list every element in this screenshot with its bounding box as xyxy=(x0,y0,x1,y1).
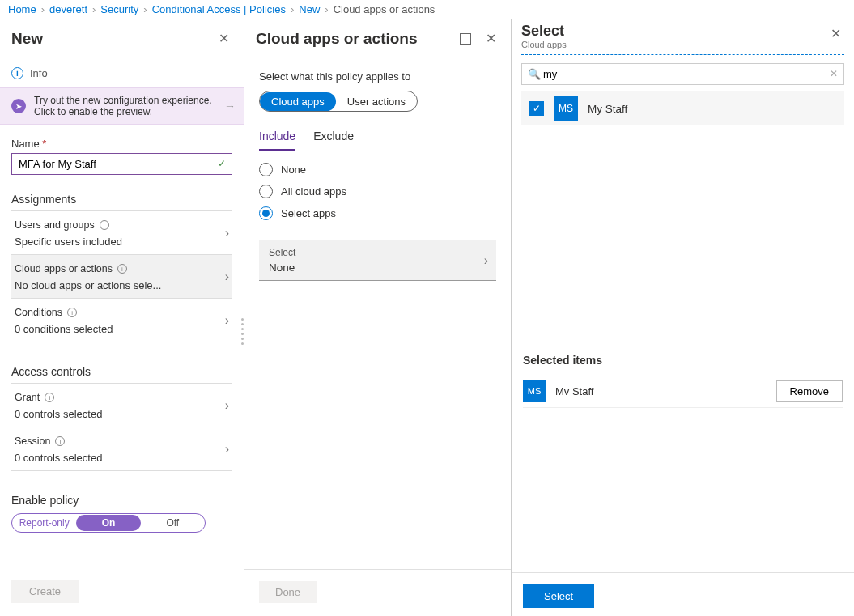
pill-cloud-apps[interactable]: Cloud apps xyxy=(260,92,336,111)
radio-select-apps[interactable]: Select apps xyxy=(259,206,496,220)
panel-select: Select Cloud apps ✕ 🔍 ✕ ✓ MS My Staff Se… xyxy=(512,19,854,616)
resize-handle[interactable] xyxy=(241,318,246,346)
info-icon: i xyxy=(117,264,127,274)
panel-cloud-apps-title: Cloud apps or actions xyxy=(256,30,460,48)
crumb-conditional-access[interactable]: Conditional Access | Policies xyxy=(152,3,286,15)
info-icon: i xyxy=(67,308,77,317)
assignments-header: Assignments xyxy=(11,193,232,211)
close-icon[interactable]: ✕ xyxy=(215,28,232,49)
crumb-current: Cloud apps or actions xyxy=(334,3,435,15)
chevron-icon: › xyxy=(291,3,294,15)
create-button[interactable]: Create xyxy=(11,580,79,603)
info-icon: i xyxy=(11,67,23,79)
rocket-icon: ➤ xyxy=(11,99,26,113)
row-conditions[interactable]: Conditionsi 0 conditions selected › xyxy=(11,299,232,342)
divider xyxy=(521,54,844,55)
search-result-my-staff[interactable]: ✓ MS My Staff xyxy=(521,91,844,125)
panel-new-title: New xyxy=(11,30,43,48)
enable-policy-label: Enable policy xyxy=(11,494,232,507)
enable-policy-toggle[interactable]: Report-only On Off xyxy=(11,513,206,533)
close-icon[interactable]: ✕ xyxy=(482,28,499,49)
chevron-icon: › xyxy=(92,3,96,15)
toggle-off[interactable]: Off xyxy=(141,517,205,529)
radio-none[interactable]: None xyxy=(259,163,496,176)
preview-text: Try out the new configuration experience… xyxy=(34,95,216,117)
selected-item-my-staff: MS Mv Staff Remove xyxy=(523,375,843,408)
breadcrumb: Home› deverett› Security› Conditional Ac… xyxy=(0,0,854,19)
app-icon: MS xyxy=(554,96,578,121)
select-button[interactable]: Select xyxy=(523,584,594,608)
info-icon: i xyxy=(100,220,109,230)
row-users-and-groups[interactable]: Users and groupsi Specific users include… xyxy=(11,211,232,255)
crumb-new[interactable]: New xyxy=(299,3,320,15)
chevron-right-icon: › xyxy=(484,253,488,268)
info-label: Info xyxy=(30,67,48,79)
crumb-home[interactable]: Home xyxy=(8,3,36,15)
access-controls-header: Access controls xyxy=(11,365,232,384)
info-bar[interactable]: i Info xyxy=(0,61,244,87)
select-apps-picker[interactable]: Select None › xyxy=(259,240,496,281)
chevron-right-icon: › xyxy=(225,398,229,413)
applies-to-pills: Cloud apps User actions xyxy=(259,91,418,112)
policy-name-input[interactable] xyxy=(11,153,232,175)
selected-item-name: Mv Staff xyxy=(555,385,767,397)
restore-window-icon[interactable] xyxy=(460,33,471,45)
radio-all-cloud-apps[interactable]: All cloud apps xyxy=(259,185,496,198)
panel-cloud-apps: Cloud apps or actions ✕ Select what this… xyxy=(244,19,512,616)
chevron-right-icon: › xyxy=(225,313,229,328)
done-button[interactable]: Done xyxy=(259,581,317,603)
row-grant[interactable]: Granti 0 controls selected › xyxy=(11,384,232,427)
checkbox-checked[interactable]: ✓ xyxy=(529,101,544,116)
panel-select-subtitle: Cloud apps xyxy=(521,40,827,49)
chevron-icon: › xyxy=(143,3,147,15)
chevron-right-icon: › xyxy=(225,270,229,284)
info-icon: i xyxy=(55,436,65,446)
row-session[interactable]: Sessioni 0 controls selected › xyxy=(11,427,232,471)
result-name: My Staff xyxy=(588,103,627,115)
chevron-right-icon: › xyxy=(225,226,229,240)
selected-items-header: Selected items xyxy=(523,354,843,367)
info-icon: i xyxy=(45,393,54,402)
search-input[interactable] xyxy=(521,63,844,85)
search-icon: 🔍 xyxy=(528,68,541,80)
toggle-on[interactable]: On xyxy=(76,515,140,531)
select-label: Select xyxy=(269,247,486,258)
tab-include[interactable]: Include xyxy=(259,130,295,151)
panel-select-title: Select xyxy=(521,23,827,40)
name-label: Name * xyxy=(11,138,232,150)
crumb-deverett[interactable]: deverett xyxy=(49,3,87,15)
app-icon: MS xyxy=(523,380,546,402)
applies-to-label: Select what this policy applies to xyxy=(259,70,496,83)
select-value: None xyxy=(269,261,486,274)
preview-banner[interactable]: ➤ Try out the new configuration experien… xyxy=(0,87,244,125)
row-cloud-apps[interactable]: Cloud apps or actionsi No cloud apps or … xyxy=(11,255,232,299)
close-icon[interactable]: ✕ xyxy=(827,23,844,45)
chevron-icon: › xyxy=(325,3,328,15)
panel-new: New ✕ i Info ➤ Try out the new configura… xyxy=(0,19,244,616)
toggle-report-only[interactable]: Report-only xyxy=(12,517,76,529)
check-icon: ✓ xyxy=(218,158,226,169)
crumb-security[interactable]: Security xyxy=(100,3,138,15)
remove-button[interactable]: Remove xyxy=(776,380,843,402)
tab-exclude[interactable]: Exclude xyxy=(313,130,354,151)
include-exclude-tabs: Include Exclude xyxy=(259,130,496,151)
clear-icon[interactable]: ✕ xyxy=(830,68,838,79)
chevron-right-icon: › xyxy=(225,442,229,457)
arrow-right-icon: → xyxy=(224,100,236,113)
chevron-icon: › xyxy=(41,3,45,15)
pill-user-actions[interactable]: User actions xyxy=(336,92,417,111)
